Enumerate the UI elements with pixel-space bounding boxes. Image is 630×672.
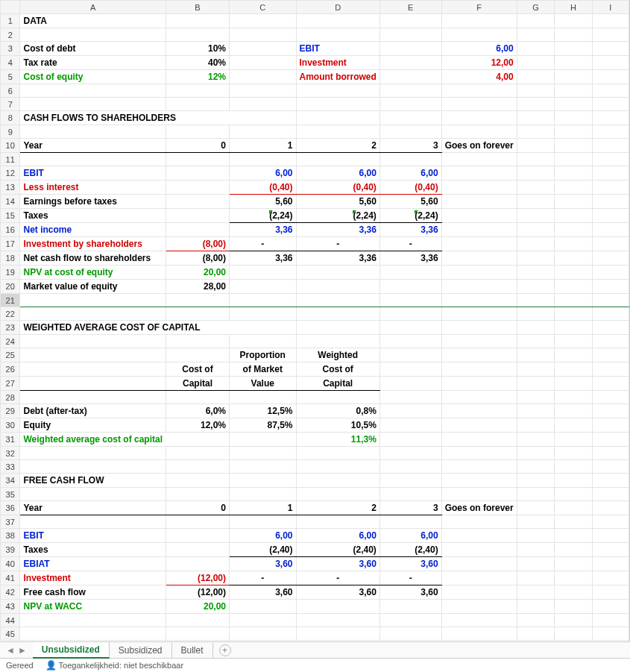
- cell[interactable]: [20, 488, 166, 501]
- cell[interactable]: [555, 180, 592, 195]
- cell[interactable]: [517, 614, 555, 627]
- cell[interactable]: [20, 98, 166, 111]
- cell[interactable]: [592, 321, 629, 335]
- row-6[interactable]: 6: [1, 84, 629, 98]
- cell[interactable]: (2,40): [379, 543, 441, 557]
- row-11[interactable]: 11: [1, 153, 629, 166]
- cell[interactable]: [517, 433, 555, 447]
- cell[interactable]: [379, 56, 441, 70]
- cell[interactable]: [296, 125, 379, 139]
- cell[interactable]: [441, 294, 517, 307]
- row-header[interactable]: 34: [1, 474, 20, 488]
- cell[interactable]: 20,00: [166, 600, 229, 614]
- cell[interactable]: [20, 348, 166, 362]
- cell[interactable]: 3,60: [230, 585, 297, 600]
- row-31[interactable]: 31 Weighted average cost of capital 11,3…: [1, 433, 629, 447]
- cell[interactable]: [296, 307, 379, 321]
- cell[interactable]: [296, 600, 379, 614]
- cell[interactable]: [592, 307, 629, 321]
- row-22[interactable]: 22: [1, 307, 629, 321]
- cell[interactable]: [441, 474, 517, 488]
- cell[interactable]: [555, 418, 592, 433]
- cell[interactable]: (2,24): [379, 209, 441, 223]
- cell[interactable]: [230, 70, 297, 84]
- cell[interactable]: [555, 529, 592, 543]
- col-header-I[interactable]: I: [592, 1, 629, 14]
- cell[interactable]: Debt (after-tax): [20, 404, 166, 418]
- cell[interactable]: [379, 125, 441, 139]
- cell[interactable]: 3,36: [296, 251, 379, 266]
- cell[interactable]: 87,5%: [230, 418, 297, 433]
- cell[interactable]: -: [379, 237, 441, 251]
- cell[interactable]: [379, 98, 441, 111]
- row-header[interactable]: 21: [1, 294, 20, 307]
- cell[interactable]: (0,40): [230, 180, 297, 195]
- cell[interactable]: (0,40): [379, 180, 441, 195]
- col-header-E[interactable]: E: [379, 1, 441, 14]
- cell[interactable]: Earnings before taxes: [20, 195, 166, 209]
- cell[interactable]: [517, 307, 555, 321]
- row-header[interactable]: 16: [1, 223, 20, 237]
- col-header-G[interactable]: G: [517, 1, 555, 14]
- cell[interactable]: [379, 84, 441, 98]
- col-header-H[interactable]: H: [555, 1, 592, 14]
- cell[interactable]: [555, 543, 592, 557]
- cell[interactable]: [379, 362, 441, 377]
- col-header-A[interactable]: A: [20, 1, 166, 14]
- row-header[interactable]: 8: [1, 111, 20, 125]
- cell[interactable]: [592, 362, 629, 377]
- cell[interactable]: [166, 627, 229, 641]
- cell[interactable]: [379, 335, 441, 348]
- cell[interactable]: [166, 84, 229, 98]
- cell[interactable]: (12,00): [166, 585, 229, 600]
- row-42[interactable]: 42 Free cash flow (12,00) 3,60 3,60 3,60: [1, 585, 629, 600]
- cell[interactable]: [230, 98, 297, 111]
- row-header[interactable]: 4: [1, 56, 20, 70]
- row-10[interactable]: 10 Year 0 1 2 3 Goes on forever: [1, 139, 629, 153]
- cell[interactable]: 2: [296, 139, 379, 153]
- row-header[interactable]: 36: [1, 501, 20, 515]
- cell[interactable]: 0,8%: [296, 404, 379, 418]
- cell[interactable]: 12,0%: [166, 418, 229, 433]
- cell[interactable]: Year: [20, 501, 166, 515]
- row-header[interactable]: 25: [1, 348, 20, 362]
- cell[interactable]: [517, 125, 555, 139]
- cell[interactable]: (8,00): [166, 237, 229, 251]
- row-7[interactable]: 7: [1, 98, 629, 111]
- cell[interactable]: [517, 153, 555, 166]
- cell[interactable]: [592, 515, 629, 529]
- row-header[interactable]: 10: [1, 139, 20, 153]
- cell[interactable]: 40%: [166, 56, 229, 70]
- cell[interactable]: [555, 280, 592, 294]
- cell[interactable]: [441, 28, 517, 42]
- cell[interactable]: [555, 377, 592, 391]
- cell[interactable]: [379, 488, 441, 501]
- cell[interactable]: [441, 488, 517, 501]
- row-header[interactable]: 14: [1, 195, 20, 209]
- cell[interactable]: [296, 614, 379, 627]
- cell[interactable]: 20,00: [166, 266, 229, 280]
- row-header[interactable]: 24: [1, 335, 20, 348]
- cell[interactable]: 4,00: [441, 70, 517, 84]
- cell[interactable]: [555, 488, 592, 501]
- cell[interactable]: [20, 294, 166, 307]
- cell[interactable]: [296, 294, 379, 307]
- row-header[interactable]: 20: [1, 280, 20, 294]
- cell[interactable]: [517, 111, 555, 125]
- row-40[interactable]: 40 EBIAT 3,60 3,60 3,60: [1, 557, 629, 571]
- cell[interactable]: [230, 474, 297, 488]
- cell[interactable]: (2,40): [230, 543, 297, 557]
- cell[interactable]: [517, 600, 555, 614]
- cell[interactable]: 3,36: [379, 251, 441, 266]
- row-2[interactable]: 2: [1, 28, 629, 42]
- cell[interactable]: [592, 294, 629, 307]
- row-header[interactable]: 32: [1, 447, 20, 460]
- cell[interactable]: [166, 195, 229, 209]
- cell[interactable]: Taxes: [20, 209, 166, 223]
- cell[interactable]: [441, 600, 517, 614]
- row-21-selected[interactable]: 21: [1, 294, 629, 307]
- cell[interactable]: [20, 125, 166, 139]
- cell[interactable]: [592, 391, 629, 404]
- cell[interactable]: [441, 627, 517, 641]
- cell[interactable]: [592, 543, 629, 557]
